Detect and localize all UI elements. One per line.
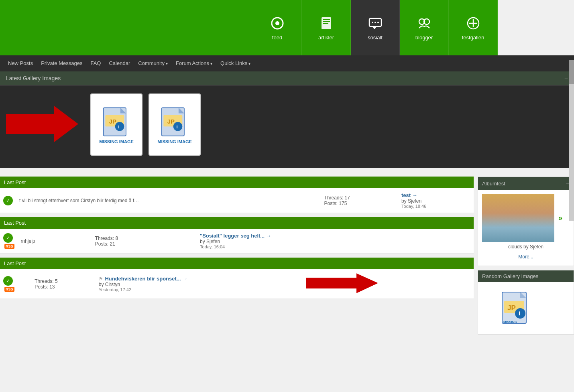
forum-row-status-cell: ✓: [0, 188, 16, 213]
album-more: More...: [482, 252, 570, 262]
nav-testgalleri[interactable]: testgalleri: [449, 0, 498, 55]
missing-image-text-1: MISSING IMAGE: [99, 139, 134, 144]
random-gallery-header: Random Gallery Images: [478, 270, 574, 282]
top-icon-bar-left: [0, 0, 253, 55]
svg-text:JP: JP: [109, 118, 116, 125]
svg-text:JP: JP: [507, 304, 516, 312]
last-post-time-3: Yesterday, 17:42: [99, 287, 299, 292]
nav-new-posts[interactable]: New Posts: [4, 55, 37, 71]
forum-row-body-cell-3: [18, 269, 32, 299]
forum-thread-stats-3: Threads: 5 Posts: 13: [31, 269, 95, 299]
gallery-image-2[interactable]: JP i MISSING IMAGE: [149, 93, 201, 156]
forum-body-text-2: rnhjelp: [21, 238, 89, 244]
svg-point-1: [275, 21, 279, 25]
nav-feed[interactable]: feed: [253, 0, 302, 55]
forum-header-3: Last Post: [0, 258, 474, 269]
svg-point-8: [375, 22, 376, 23]
forum-row-body-cell: t vil bli stengt etterhvert som Cirstyn …: [16, 188, 321, 213]
forum-header-1: Last Post: [0, 177, 474, 188]
albumtest-header: Albumtest −: [478, 177, 574, 190]
forum-actions-dropdown-arrow: ▾: [210, 61, 212, 66]
last-post-by-3: by Cirstyn: [99, 282, 299, 287]
nav-sosialt[interactable]: sosialt: [351, 0, 400, 55]
scrollbar[interactable]: [569, 60, 574, 221]
nav-private-messages[interactable]: Private Messages: [37, 55, 86, 71]
forum-table-header-row-1: Last Post: [0, 177, 474, 188]
forum-row-status-cell-2: ✓ RSS: [0, 229, 18, 254]
forum-last-post-cell: test → by Sjefen Today, 18:46: [398, 188, 474, 213]
nav-calendar[interactable]: Calendar: [105, 55, 134, 71]
nav-artikler[interactable]: artikler: [302, 0, 351, 55]
scrollbar-thumb[interactable]: [569, 60, 574, 84]
random-gallery-image[interactable]: JP i MISSING: [482, 286, 550, 330]
top-icon-bar: feed artikler sosialt blogger testgaller…: [0, 0, 574, 55]
check-icon-2: ✓: [6, 235, 10, 241]
gallery-image-1[interactable]: JP i MISSING IMAGE: [90, 93, 142, 156]
nav-blogger[interactable]: blogger: [400, 0, 449, 55]
svg-text:i: i: [118, 124, 120, 130]
svg-text:i: i: [519, 310, 520, 317]
quick-links-dropdown-arrow: ▾: [248, 61, 250, 66]
sky-image: [482, 194, 554, 242]
albumtest-title: Albumtest: [482, 181, 505, 187]
forum-row-status-cell-3: ✓ RSS: [0, 269, 18, 299]
svg-marker-28: [306, 273, 378, 293]
album-image[interactable]: [482, 194, 554, 242]
rss-badge-2: RSS: [4, 287, 14, 292]
forum-section: Last Post ✓ t vil bli stengt etterhvert …: [0, 177, 474, 339]
last-post-by-2: by Sjefen: [200, 239, 470, 244]
gallery-red-arrow: [6, 106, 78, 143]
forum-table-header-row-2: Last Post: [0, 217, 474, 229]
forum-body-text: t vil bli stengt etterhvert som Cirstyn …: [19, 198, 140, 203]
nav-community[interactable]: Community▾: [134, 55, 172, 72]
next-arrow[interactable]: »: [556, 212, 564, 224]
forum-status-icon: ✓: [3, 196, 13, 205]
svg-point-20: [115, 122, 124, 131]
last-post-link-2[interactable]: "Sosialt" legger seg helt... →: [200, 233, 271, 239]
forum-header-2: Last Post: [0, 217, 474, 229]
flag-icon: ⚑: [99, 276, 103, 281]
last-post-time-2: Today, 16:04: [200, 244, 470, 249]
nav-faq[interactable]: FAQ: [86, 55, 105, 71]
forum-row-arrow-cell: [303, 269, 474, 299]
forum-table-3: Last Post ✓ RSS Threads: 5 Posts: 13: [0, 258, 474, 299]
last-post-time: Today, 18:46: [401, 204, 470, 209]
table-row: ✓ t vil bli stengt etterhvert som Cirsty…: [0, 188, 474, 213]
forum-row-body-cell-2: rnhjelp: [18, 229, 92, 254]
album-caption: clouds by Sjefen: [482, 242, 570, 252]
albumtest-panel: Albumtest − » clouds by Sjefen More...: [478, 177, 574, 266]
missing-image-text-2: MISSING IMAGE: [157, 139, 192, 144]
svg-rect-5: [323, 23, 328, 24]
svg-point-7: [372, 22, 373, 23]
secondary-nav: New Posts Private Messages FAQ Calendar …: [0, 55, 574, 71]
table-row: ✓ RSS rnhjelp Threads: 8 Posts: 21 "Sosi…: [0, 229, 474, 254]
random-missing-image-svg: JP i MISSING: [500, 290, 532, 326]
nav-forum-actions[interactable]: Forum Actions▾: [172, 55, 216, 72]
album-nav: »: [482, 194, 570, 242]
svg-text:JP: JP: [167, 118, 174, 125]
album-more-link[interactable]: More...: [518, 254, 533, 260]
main-content: Last Post ✓ t vil bli stengt etterhvert …: [0, 173, 574, 339]
last-post-by: by Sjefen: [401, 198, 470, 204]
row-red-arrow: [306, 273, 378, 293]
svg-point-26: [173, 122, 182, 131]
last-post-link[interactable]: test →: [401, 192, 417, 198]
forum-table-2: Last Post ✓ RSS rnhjelp Threads: 8 Posts…: [0, 217, 474, 254]
svg-marker-15: [6, 106, 78, 142]
forum-last-post-cell-3: ⚑ Hundehviskeren blir sponset... → by Ci…: [96, 269, 303, 299]
albumtest-body: » clouds by Sjefen More...: [478, 190, 574, 266]
forum-thread-stats: Threads: 17 Posts: 175: [321, 188, 398, 213]
forum-table-1: Last Post ✓ t vil bli stengt etterhvert …: [0, 177, 474, 213]
random-gallery-body: JP i MISSING: [478, 282, 574, 334]
check-icon-3: ✓: [6, 278, 10, 284]
svg-text:MISSING: MISSING: [503, 320, 517, 324]
gallery-header: Latest Gallery Images −: [0, 71, 574, 85]
svg-rect-4: [323, 21, 330, 22]
gallery-title: Latest Gallery Images: [6, 75, 61, 81]
last-post-link-3[interactable]: ⚑ Hundehviskeren blir sponset... →: [99, 276, 188, 282]
gallery-collapse-icon[interactable]: −: [564, 75, 568, 82]
nav-quick-links[interactable]: Quick Links▾: [216, 55, 254, 72]
community-dropdown-arrow: ▾: [166, 61, 168, 66]
gallery-body: JP i MISSING IMAGE JP i MISSING IMAGE: [0, 85, 574, 168]
svg-point-9: [377, 22, 379, 23]
